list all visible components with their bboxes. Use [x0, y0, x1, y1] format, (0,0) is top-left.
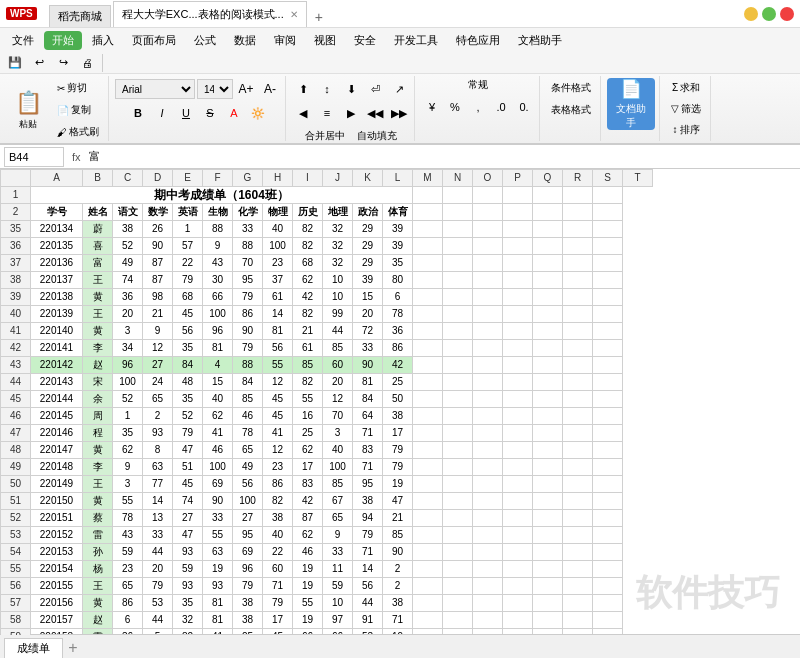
thousand-button[interactable]: ,: [467, 96, 489, 118]
print-button[interactable]: 🖨: [76, 52, 98, 74]
cell-score-6[interactable]: 83: [293, 476, 323, 493]
cell-score-5[interactable]: 81: [263, 323, 293, 340]
cell-score-4[interactable]: 95: [233, 527, 263, 544]
cell-score-7[interactable]: 59: [323, 578, 353, 595]
cell-score-9[interactable]: 2: [383, 578, 413, 595]
auto-fill-button[interactable]: 自动填充: [352, 126, 402, 144]
cell-score-9[interactable]: 42: [383, 357, 413, 374]
cell-score-1[interactable]: 87: [143, 255, 173, 272]
cell-score-8[interactable]: 71: [353, 544, 383, 561]
cell-score-0[interactable]: 59: [113, 544, 143, 561]
cell-score-4[interactable]: 69: [233, 544, 263, 561]
cell-score-2[interactable]: 74: [173, 493, 203, 510]
cell-score-3[interactable]: 69: [203, 476, 233, 493]
cell-name[interactable]: 喜: [83, 238, 113, 255]
cell-score-7[interactable]: 11: [323, 561, 353, 578]
cell-score-9[interactable]: 35: [383, 255, 413, 272]
cell-score-3[interactable]: 30: [203, 272, 233, 289]
cell-name[interactable]: 黄: [83, 493, 113, 510]
cell-score-8[interactable]: 56: [353, 578, 383, 595]
cell-score-4[interactable]: 70: [233, 255, 263, 272]
cell-score-1[interactable]: 77: [143, 476, 173, 493]
cell-name[interactable]: 蔡: [83, 510, 113, 527]
cell-score-8[interactable]: 15: [353, 289, 383, 306]
cell-score-0[interactable]: 78: [113, 510, 143, 527]
cell-score-0[interactable]: 3: [113, 323, 143, 340]
cell-score-1[interactable]: 33: [143, 527, 173, 544]
cell-score-4[interactable]: 96: [233, 561, 263, 578]
cell-score-8[interactable]: 94: [353, 510, 383, 527]
bold-button[interactable]: B: [127, 102, 149, 124]
cell-name[interactable]: 王: [83, 272, 113, 289]
cell-score-9[interactable]: 19: [383, 476, 413, 493]
cell-score-0[interactable]: 96: [113, 357, 143, 374]
cell-score-7[interactable]: 65: [323, 510, 353, 527]
cell-score-9[interactable]: 90: [383, 544, 413, 561]
cell-score-5[interactable]: 22: [263, 544, 293, 561]
cell-score-2[interactable]: 35: [173, 340, 203, 357]
cell-xuehao[interactable]: 220142: [31, 357, 83, 374]
cell-score-3[interactable]: 46: [203, 442, 233, 459]
cell-score-1[interactable]: 98: [143, 289, 173, 306]
cell-score-5[interactable]: 86: [263, 476, 293, 493]
tab-file[interactable]: 程大大学EXC...表格的阅读模式... ✕: [113, 1, 307, 27]
cell-name[interactable]: 李: [83, 459, 113, 476]
cell-score-9[interactable]: 38: [383, 408, 413, 425]
cell-score-1[interactable]: 9: [143, 323, 173, 340]
cell-xuehao[interactable]: 220155: [31, 578, 83, 595]
cell-score-8[interactable]: 83: [353, 442, 383, 459]
close-button[interactable]: [780, 7, 794, 21]
font-decrease-button[interactable]: A-: [259, 78, 281, 100]
cell-xuehao[interactable]: 220138: [31, 289, 83, 306]
menu-view[interactable]: 视图: [306, 31, 344, 50]
cell-score-6[interactable]: 21: [293, 323, 323, 340]
cell-score-3[interactable]: 88: [203, 221, 233, 238]
decimal-decrease[interactable]: 0.: [513, 96, 535, 118]
window-controls[interactable]: [744, 7, 794, 21]
cell-score-4[interactable]: 88: [233, 357, 263, 374]
cell-score-7[interactable]: 40: [323, 442, 353, 459]
cell-score-1[interactable]: 24: [143, 374, 173, 391]
cell-score-5[interactable]: 38: [263, 510, 293, 527]
increase-indent-button[interactable]: ▶▶: [388, 102, 410, 124]
cell-name[interactable]: 宋: [83, 374, 113, 391]
cell-score-3[interactable]: 66: [203, 289, 233, 306]
cell-score-7[interactable]: 44: [323, 323, 353, 340]
align-top-button[interactable]: ⬆: [292, 78, 314, 100]
cell-score-1[interactable]: 13: [143, 510, 173, 527]
col-header-P[interactable]: P: [503, 170, 533, 187]
cell-score-9[interactable]: 36: [383, 323, 413, 340]
cell-xuehao[interactable]: 220141: [31, 340, 83, 357]
cell-score-3[interactable]: 33: [203, 510, 233, 527]
cell-score-7[interactable]: 32: [323, 221, 353, 238]
cell-xuehao[interactable]: 220135: [31, 238, 83, 255]
cell-score-9[interactable]: 6: [383, 289, 413, 306]
col-header-H[interactable]: H: [263, 170, 293, 187]
cell-score-8[interactable]: 64: [353, 408, 383, 425]
title-tabs[interactable]: 稻壳商城 程大大学EXC...表格的阅读模式... ✕ +: [49, 0, 329, 27]
cell-score-2[interactable]: 47: [173, 527, 203, 544]
cell-score-7[interactable]: 99: [323, 306, 353, 323]
cell-score-5[interactable]: 82: [263, 493, 293, 510]
cell-score-8[interactable]: 72: [353, 323, 383, 340]
cell-score-4[interactable]: 49: [233, 459, 263, 476]
cell-score-2[interactable]: 57: [173, 238, 203, 255]
menu-developer[interactable]: 开发工具: [386, 31, 446, 50]
cell-score-1[interactable]: 44: [143, 544, 173, 561]
cell-score-1[interactable]: 79: [143, 578, 173, 595]
cell-score-0[interactable]: 36: [113, 289, 143, 306]
cell-reference-input[interactable]: [4, 147, 64, 167]
cell-score-6[interactable]: 42: [293, 493, 323, 510]
cell-score-3[interactable]: 81: [203, 612, 233, 629]
cell-score-6[interactable]: 42: [293, 289, 323, 306]
col-header-E[interactable]: E: [173, 170, 203, 187]
cell-score-9[interactable]: 50: [383, 391, 413, 408]
cell-score-1[interactable]: 87: [143, 272, 173, 289]
cell-score-1[interactable]: 26: [143, 221, 173, 238]
cell-score-9[interactable]: 85: [383, 527, 413, 544]
cell-score-7[interactable]: 20: [323, 374, 353, 391]
cell-score-2[interactable]: 68: [173, 289, 203, 306]
table-format-button[interactable]: 表格格式: [546, 100, 596, 120]
cell-score-0[interactable]: 65: [113, 578, 143, 595]
cell-score-5[interactable]: 17: [263, 612, 293, 629]
